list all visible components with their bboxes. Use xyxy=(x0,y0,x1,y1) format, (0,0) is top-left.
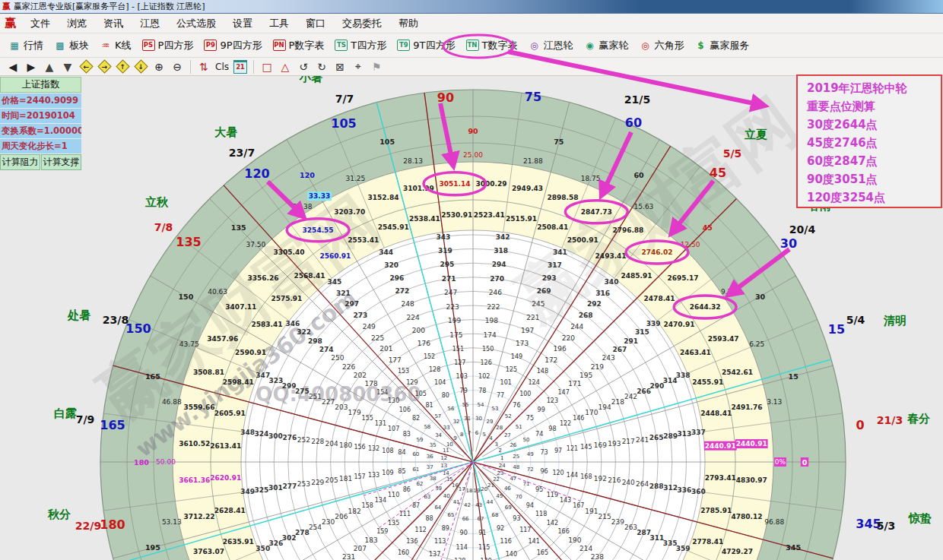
svg-text:21: 21 xyxy=(487,482,494,489)
svg-text:165: 165 xyxy=(145,372,160,381)
svg-text:55: 55 xyxy=(462,402,469,408)
svg-text:30: 30 xyxy=(755,293,766,301)
svg-text:317: 317 xyxy=(548,261,562,269)
calendar-icon[interactable]: 21 xyxy=(232,59,249,74)
rect-tool-icon[interactable]: □ xyxy=(259,59,275,74)
svg-text:0: 0 xyxy=(856,418,864,432)
zoom-in-icon[interactable]: ⊕ xyxy=(151,59,167,74)
toolbar-button-板块[interactable]: ▩板块 xyxy=(49,36,94,55)
menu-item-1[interactable]: 浏览 xyxy=(59,15,95,32)
svg-text:2644.32: 2644.32 xyxy=(690,303,721,311)
gann-wheel-icon: ◎ xyxy=(528,40,540,51)
toolbar-button-赢家轮[interactable]: ◉赢家轮 xyxy=(578,36,633,55)
menu-item-2[interactable]: 资讯 xyxy=(95,15,132,32)
diamond-left-icon[interactable]: ← xyxy=(78,59,94,74)
toolbar-button-赢家服务[interactable]: $赢家服务 xyxy=(689,36,754,55)
prev-icon[interactable]: ◀ xyxy=(5,59,21,74)
svg-text:168: 168 xyxy=(580,473,592,480)
menu-item-5[interactable]: 设置 xyxy=(224,15,261,32)
toolbar-button-T四方形[interactable]: TST四方形 xyxy=(329,36,392,55)
svg-text:22/9: 22/9 xyxy=(75,520,101,532)
next-icon[interactable]: ▶ xyxy=(23,59,40,74)
up-icon[interactable]: ▲ xyxy=(41,59,58,74)
rotate-ccw-icon[interactable]: ↺ xyxy=(295,59,312,74)
diamond-right-icon[interactable]: → xyxy=(96,59,113,74)
svg-text:345: 345 xyxy=(786,543,801,552)
svg-text:33: 33 xyxy=(443,425,450,431)
svg-text:338: 338 xyxy=(676,372,691,379)
svg-text:336: 336 xyxy=(678,486,692,494)
svg-text:2598.41: 2598.41 xyxy=(223,378,254,386)
svg-text:5: 5 xyxy=(483,432,486,438)
menu-item-8[interactable]: 交易委托 xyxy=(334,15,390,32)
t9-icon: T9 xyxy=(397,40,410,51)
menu-item-6[interactable]: 工具 xyxy=(261,15,297,32)
svg-text:110: 110 xyxy=(388,492,399,498)
close-box-icon[interactable]: ⊠ xyxy=(332,59,348,74)
rotate-cw-icon[interactable]: ↻ xyxy=(313,59,330,74)
toolbar-button-9T四方形[interactable]: T99T四方形 xyxy=(392,36,460,55)
toolbar-button-P四方形[interactable]: PSP四方形 xyxy=(137,36,199,55)
svg-text:50: 50 xyxy=(523,437,530,443)
svg-text:5/5: 5/5 xyxy=(723,147,742,160)
toolbar-label: K线 xyxy=(115,39,132,52)
svg-text:246: 246 xyxy=(489,289,502,296)
menu-items: 文件浏览资讯江恩公式选股设置工具窗口交易委托帮助 xyxy=(22,15,427,32)
panel-button-1[interactable]: 计算支撑 xyxy=(41,154,81,170)
svg-text:3000.29: 3000.29 xyxy=(476,180,507,188)
triangle-tool-icon[interactable]: △ xyxy=(277,59,294,74)
toolbar-button-9P四方形[interactable]: P99P四方形 xyxy=(198,36,267,55)
svg-text:37: 37 xyxy=(427,464,433,470)
svg-text:276: 276 xyxy=(282,434,297,441)
svg-text:2590.91: 2590.91 xyxy=(235,349,266,356)
diamond-up-icon[interactable]: ↑ xyxy=(114,59,131,74)
svg-text:148: 148 xyxy=(537,368,548,375)
svg-text:白露: 白露 xyxy=(54,407,77,420)
svg-text:245: 245 xyxy=(532,300,545,308)
zoom-out-icon[interactable]: ⊖ xyxy=(169,59,186,74)
svg-text:297: 297 xyxy=(344,300,359,308)
svg-text:48: 48 xyxy=(513,464,519,470)
axis-updown-icon[interactable]: ⇅ xyxy=(195,59,212,74)
panel-button-0[interactable]: 计算阻力 xyxy=(0,154,40,170)
svg-text:180: 180 xyxy=(100,517,125,532)
window-title: 赢家江恩专业版[赢家服务平台] - [上证指数 江恩轮] xyxy=(14,1,205,12)
svg-text:114: 114 xyxy=(456,544,468,551)
center-icon[interactable]: ⌖ xyxy=(350,59,367,74)
svg-text:2778.41: 2778.41 xyxy=(692,538,723,546)
svg-text:101: 101 xyxy=(500,379,512,386)
down-icon[interactable]: ▼ xyxy=(59,59,76,74)
menu-item-7[interactable]: 窗口 xyxy=(297,15,334,32)
svg-text:43.75: 43.75 xyxy=(179,340,199,348)
svg-text:323: 323 xyxy=(269,377,284,384)
svg-text:24: 24 xyxy=(499,463,506,469)
menu-item-0[interactable]: 文件 xyxy=(22,15,59,32)
svg-text:225: 225 xyxy=(371,334,384,342)
svg-text:340: 340 xyxy=(605,278,619,286)
toolbar-button-P数字表[interactable]: PNP数字表 xyxy=(268,36,330,55)
diamond-down-icon[interactable]: ↓ xyxy=(132,59,149,74)
menu-item-4[interactable]: 公式选股 xyxy=(168,15,224,32)
toolbar-button-行情[interactable]: ▦行情 xyxy=(3,36,49,55)
svg-text:196: 196 xyxy=(553,345,566,353)
svg-text:301: 301 xyxy=(268,484,283,492)
toolbar-button-江恩轮[interactable]: ◎江恩轮 xyxy=(522,36,578,55)
menu-item-3[interactable]: 江恩 xyxy=(132,15,168,32)
svg-text:165: 165 xyxy=(100,418,125,432)
board-icon[interactable]: ⚑ xyxy=(368,59,385,74)
svg-text:252: 252 xyxy=(297,436,310,444)
svg-text:129: 129 xyxy=(406,379,418,386)
svg-text:86: 86 xyxy=(403,486,411,493)
cls-button[interactable]: Cls xyxy=(214,59,230,74)
toolbar-button-K线[interactable]: ♒K线 xyxy=(94,36,137,55)
svg-text:244: 244 xyxy=(570,323,583,331)
toolbar-button-六角形[interactable]: ◎六角形 xyxy=(633,36,689,55)
menu-item-9[interactable]: 帮助 xyxy=(390,15,427,32)
parameter-rows: 价格=2440.9099时间=20190104变换系数=1.00000周天变化步… xyxy=(0,93,81,153)
svg-text:50.00: 50.00 xyxy=(156,458,176,466)
svg-text:3.13: 3.13 xyxy=(767,398,782,406)
toolbar-button-T数字表[interactable]: TNT数字表 xyxy=(461,36,523,55)
svg-text:158: 158 xyxy=(362,502,373,509)
svg-text:2508.41: 2508.41 xyxy=(537,223,568,231)
svg-text:132: 132 xyxy=(368,445,379,452)
